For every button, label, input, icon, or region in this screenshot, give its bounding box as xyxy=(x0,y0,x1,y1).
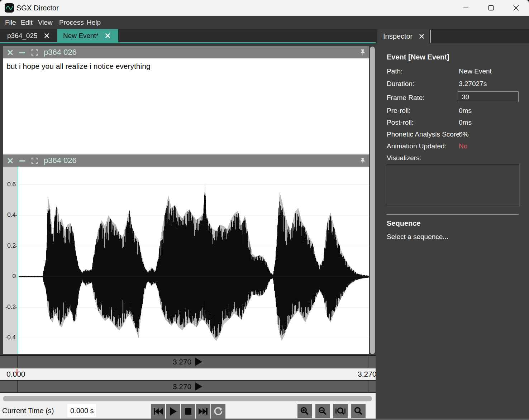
play-range-icon[interactable] xyxy=(194,382,203,391)
tab-close-icon[interactable] xyxy=(105,33,110,38)
current-time-label: Current Time (s) xyxy=(2,403,54,419)
field-label-duration: Duration: xyxy=(387,80,414,88)
stop-button[interactable] xyxy=(181,404,195,419)
ruler-start-time: 0.000 xyxy=(6,368,25,380)
zoom-button[interactable] xyxy=(351,404,366,418)
zoom-out-button[interactable] xyxy=(315,404,330,418)
vertical-scrollbar[interactable] xyxy=(370,47,375,354)
transcript-panel-header[interactable]: p364 026 xyxy=(3,46,369,58)
menu-bar: File Edit View Process Help xyxy=(0,16,529,29)
skip-to-start-button[interactable] xyxy=(151,404,165,419)
play-icon xyxy=(169,407,177,416)
minimize-icon[interactable] xyxy=(458,0,474,16)
range-end-handle[interactable] xyxy=(368,356,368,368)
field-label-visualizers: Visualizers: xyxy=(387,154,421,162)
menu-process[interactable]: Process xyxy=(59,16,84,29)
loop-button[interactable] xyxy=(211,404,225,419)
panel-minimize-icon[interactable] xyxy=(19,158,25,164)
zoom-fit-icon xyxy=(335,406,346,416)
loop-icon xyxy=(213,406,223,416)
waveform-panel-header[interactable]: p364 026 xyxy=(3,154,369,167)
menu-help[interactable]: Help xyxy=(87,16,101,29)
field-label-animation-updated: Animation Updated: xyxy=(387,142,447,150)
panel-expand-icon[interactable] xyxy=(31,157,38,164)
horizontal-scrollbar-track[interactable] xyxy=(0,393,376,403)
panel-minimize-icon[interactable] xyxy=(19,49,25,56)
skip-to-end-icon xyxy=(198,407,209,416)
y-axis-tick-mark xyxy=(15,338,17,338)
transcript-text: but i hope you all realize i notice ever… xyxy=(6,62,151,71)
y-axis-tick-label: 0 xyxy=(13,273,16,280)
range-end-handle[interactable] xyxy=(368,381,368,392)
tab-close-icon[interactable] xyxy=(44,33,49,38)
panel-expand-icon[interactable] xyxy=(31,49,38,56)
skip-to-start-icon xyxy=(153,407,163,416)
tab-inspector[interactable]: Inspector xyxy=(377,29,429,43)
window-title: SGX Director xyxy=(16,0,59,16)
zoom-in-icon xyxy=(300,406,309,416)
range-duration-label: 3.270 xyxy=(173,358,192,366)
field-value-post-roll: 0ms xyxy=(459,119,472,127)
active-tab-underline xyxy=(0,42,376,43)
inspector-content: Event [New Event] Path: New Event Durati… xyxy=(376,43,529,419)
y-axis-tick-label: -0.4 xyxy=(5,334,16,341)
tab-new-event[interactable]: New Event* xyxy=(57,29,118,42)
panel-title: p364 026 xyxy=(44,156,77,165)
visualizers-list[interactable] xyxy=(387,164,519,206)
sequence-placeholder: Select a sequence... xyxy=(387,233,448,241)
maximize-icon[interactable] xyxy=(483,0,499,16)
y-axis-tick-mark xyxy=(15,277,17,277)
frame-rate-input[interactable]: 30 xyxy=(458,91,519,102)
field-label-phonetic-score: Phonetic Analysis Score: xyxy=(387,130,462,138)
title-bar[interactable]: SGX Director xyxy=(0,0,529,16)
selection-range-bar-top[interactable]: 3.270 xyxy=(0,355,376,368)
selection-range-bar-bottom[interactable]: 3.270 xyxy=(0,380,376,393)
skip-to-end-button[interactable] xyxy=(196,404,210,419)
panel-close-icon[interactable] xyxy=(7,158,13,164)
app-logo-wave-icon xyxy=(5,3,14,13)
waveform-plot[interactable] xyxy=(19,167,369,354)
range-duration-label: 3.270 xyxy=(173,382,192,391)
y-axis-tick-mark xyxy=(15,215,17,216)
transcript-content[interactable]: but i hope you all realize i notice ever… xyxy=(3,58,369,154)
amplitude-axis: 0.60.40.20-0.2-0.4 xyxy=(3,167,17,354)
time-ruler[interactable]: 0.000 3.270 xyxy=(0,368,376,380)
menu-edit[interactable]: Edit xyxy=(21,16,33,29)
playhead-marker[interactable] xyxy=(16,369,18,375)
sequence-heading: Sequence xyxy=(387,219,420,228)
field-value-path: New Event xyxy=(459,67,492,75)
range-start-handle[interactable] xyxy=(17,356,18,368)
current-time-field[interactable]: 0.000 s xyxy=(67,404,96,417)
play-button[interactable] xyxy=(166,404,180,419)
waveform-content: 0.60.40.20-0.2-0.4 xyxy=(3,167,369,354)
pin-icon[interactable] xyxy=(359,49,366,57)
field-value-phonetic-score: 0% xyxy=(459,130,468,138)
pin-icon[interactable] xyxy=(359,157,366,166)
y-axis-tick-label: 0.6 xyxy=(7,181,16,188)
app-window: SGX Director File Edit View Process Help… xyxy=(0,0,529,420)
tab-close-icon[interactable] xyxy=(419,34,424,39)
play-range-icon[interactable] xyxy=(194,357,203,367)
range-start-handle[interactable] xyxy=(17,381,18,392)
field-label-path: Path: xyxy=(387,67,402,75)
close-icon[interactable] xyxy=(508,0,524,16)
field-value-animation-updated: No xyxy=(459,142,467,150)
panel-title: p364 026 xyxy=(44,48,77,57)
menu-file[interactable]: File xyxy=(5,16,16,29)
inspector-tab-row: Inspector xyxy=(376,29,529,43)
field-label-post-roll: Post-roll: xyxy=(387,119,414,127)
y-axis-tick-mark xyxy=(15,307,17,308)
y-axis-tick-label: 0.2 xyxy=(7,242,16,249)
panel-close-icon[interactable] xyxy=(7,49,13,56)
playback-cursor-line xyxy=(18,167,18,354)
horizontal-scrollbar[interactable] xyxy=(3,396,372,401)
window-bottom-edge xyxy=(0,419,529,420)
tab-label: New Event* xyxy=(63,32,99,40)
inspector-heading: Event [New Event] xyxy=(387,53,449,61)
zoom-in-button[interactable] xyxy=(297,404,312,418)
y-axis-tick-mark xyxy=(15,185,17,185)
zoom-fit-button[interactable] xyxy=(333,404,348,418)
transcript-panel: p364 026 but i hope you all realize i no… xyxy=(3,46,369,154)
menu-view[interactable]: View xyxy=(38,16,53,29)
tab-p364-025[interactable]: p364_025 xyxy=(0,29,57,42)
